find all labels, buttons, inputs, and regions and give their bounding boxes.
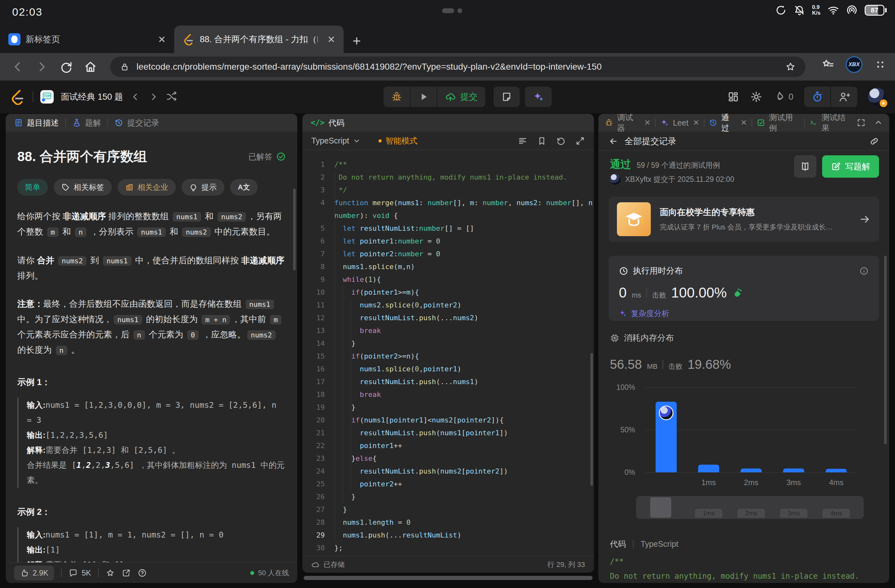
home-icon[interactable] — [84, 60, 97, 74]
expand-editor-icon[interactable] — [575, 136, 585, 146]
memory-section[interactable]: 消耗内存分布 — [610, 332, 674, 344]
tab-debugger[interactable]: 调试器✕ — [605, 114, 651, 133]
code-line[interactable]: 29 nums1.push(...resultNumList) — [302, 529, 594, 542]
code-line[interactable]: 16 nums1.splice(0,pointer1) — [302, 363, 594, 376]
code-line[interactable]: 3 */ — [302, 184, 594, 197]
browser-menu-icon[interactable] — [874, 58, 887, 71]
study-plan-icon[interactable]: TOP — [40, 90, 54, 103]
related-tags-chip[interactable]: 相关标签 — [54, 179, 112, 195]
code-line[interactable]: 7 let pointer2:number = 0 — [302, 248, 594, 261]
code-line[interactable]: 17 resultNumList.push(...nums1) — [302, 376, 594, 388]
debug-button[interactable] — [384, 86, 410, 107]
code-line[interactable]: 2 Do not return anything, modify nums1 i… — [302, 171, 594, 184]
runtime-card[interactable]: 执行用时分布 0 ms 击败 100.00% 复杂度分析 — [608, 256, 879, 321]
code-line[interactable]: 24 resultNumList.push(nums2[pointer2]) — [302, 465, 594, 478]
url-bar[interactable]: leetcode.cn/problems/merge-sorted-array/… — [110, 56, 806, 77]
reload-icon[interactable] — [59, 60, 73, 74]
hint-chip[interactable]: 提示 — [182, 179, 225, 195]
code-line[interactable]: 26 } — [302, 491, 594, 503]
favorites-list-icon[interactable] — [821, 58, 834, 71]
like-button[interactable]: 2.9K — [14, 565, 54, 580]
layout-icon[interactable] — [727, 91, 739, 103]
ai-assistant-button[interactable] — [525, 86, 552, 107]
code-line[interactable]: 1/** — [302, 158, 594, 171]
code-line[interactable]: 22 pointer1++ — [302, 439, 594, 452]
code-line[interactable]: 14 } — [302, 337, 594, 350]
brush-handle[interactable] — [650, 497, 671, 518]
code-line[interactable]: 15 if(pointer2>=n){ — [302, 350, 594, 363]
back-icon[interactable] — [11, 60, 24, 74]
close-icon[interactable]: ✕ — [740, 118, 747, 127]
submit-button[interactable]: 提交 — [437, 86, 485, 107]
chart-bar-0ms[interactable] — [655, 402, 677, 472]
favorite-star-button[interactable] — [106, 568, 115, 577]
tab-testcase[interactable]: 测试用例 — [757, 114, 800, 133]
tab-testresult[interactable]: 测试结果 — [809, 114, 853, 133]
code-line[interactable]: 23 }else{ — [302, 452, 594, 465]
close-icon[interactable]: ✕ — [644, 118, 651, 127]
close-tab-icon[interactable]: ✕ — [158, 34, 166, 45]
settings-gear-icon[interactable] — [750, 91, 762, 103]
chart-bar-2ms[interactable] — [740, 468, 762, 472]
code-line[interactable]: 13 break — [302, 324, 594, 337]
code-line[interactable]: 21 resultNumList.push(nums1[pointer1]) — [302, 427, 594, 439]
fullscreen-icon[interactable] — [857, 118, 866, 127]
tab-description[interactable]: 题目描述 — [14, 118, 59, 128]
code-line[interactable]: number): void { — [302, 209, 594, 222]
tab-submissions[interactable]: 提交记录 — [114, 118, 159, 128]
tab-solutions[interactable]: 题解 — [72, 118, 101, 128]
tab-passed[interactable]: 通过✕ — [709, 114, 747, 133]
forward-icon[interactable] — [35, 60, 49, 74]
invite-user-icon[interactable] — [831, 91, 857, 103]
code-line[interactable]: 12 resultNumList.push(...nums2) — [302, 312, 594, 324]
code-line[interactable]: 6 let pointer1:number = 0 — [302, 235, 594, 248]
close-icon[interactable]: ✕ — [693, 118, 699, 127]
complexity-analysis-link[interactable]: 复杂度分析 — [619, 308, 869, 318]
write-solution-button[interactable]: 写题解 — [822, 155, 879, 178]
code-line[interactable]: 30}; — [302, 542, 594, 555]
notes-button[interactable] — [493, 86, 520, 107]
tab-code[interactable]: </> 代码 — [311, 118, 344, 128]
view-solutions-button[interactable] — [794, 155, 816, 178]
code-line[interactable]: 25 pointer2++ — [302, 478, 594, 491]
share-button[interactable] — [122, 568, 131, 577]
chart-brush[interactable]: 1ms2ms3ms4ms — [636, 496, 864, 519]
leetcode-logo[interactable] — [10, 89, 26, 105]
prev-problem-icon[interactable] — [130, 91, 141, 102]
horizontal-scrollbar[interactable] — [304, 576, 593, 580]
related-companies-chip[interactable]: 相关企业 — [118, 179, 176, 195]
code-line[interactable]: 5 let resultNumList:number[] = [] — [302, 222, 594, 235]
code-line[interactable]: 9 while(1){ — [302, 273, 594, 286]
code-line[interactable]: 19 } — [302, 401, 594, 414]
streak-counter[interactable]: 0 — [773, 91, 793, 103]
code-line[interactable]: 8 nums1.splice(m,n) — [302, 261, 594, 273]
stopwatch-icon[interactable] — [804, 91, 830, 103]
problem-scrollbar[interactable] — [293, 189, 296, 270]
browser-tab-newtab[interactable]: 新标签页 ✕ — [0, 26, 174, 53]
language-select[interactable]: TypeScript — [311, 136, 361, 145]
code-line[interactable]: 27 } — [302, 503, 594, 516]
browser-tab-leetcode[interactable]: 88. 合并两个有序数组 - 力扣（LeetC ✕ — [174, 26, 344, 53]
reset-code-icon[interactable] — [556, 136, 566, 146]
format-code-icon[interactable] — [518, 136, 527, 146]
code-line[interactable]: 18 break — [302, 388, 594, 401]
code-line[interactable]: 11 nums2.splice(0,pointer2) — [302, 299, 594, 312]
help-button[interactable] — [138, 568, 147, 577]
info-icon[interactable] — [859, 266, 869, 276]
close-tab-icon[interactable]: ✕ — [327, 34, 335, 45]
study-plan-title[interactable]: 面试经典 150 题 — [61, 91, 123, 103]
smart-mode-toggle[interactable]: 智能模式 — [378, 135, 417, 146]
code-line[interactable]: 10 if(pointer1>=m){ — [302, 286, 594, 299]
student-promo-banner[interactable]: 面向在校学生的专享特惠 完成认证享 7 折 Plus 会员，享受更多学业及职业成… — [608, 197, 879, 242]
chart-bar-3ms[interactable] — [783, 468, 804, 472]
chart-bar-1ms[interactable] — [698, 465, 719, 472]
chart-bar-4ms[interactable] — [826, 469, 847, 472]
new-tab-button[interactable]: + — [353, 34, 361, 48]
code-line[interactable]: 28 nums1.length = 0 — [302, 516, 594, 529]
editor-scrollbar[interactable] — [590, 353, 593, 486]
code-line[interactable]: 4function merge(nums1: number[], m: numb… — [302, 197, 594, 209]
translate-chip[interactable]: A文 — [230, 179, 258, 195]
comments-button[interactable]: 5K — [69, 568, 91, 577]
collapse-panel-icon[interactable] — [874, 118, 883, 127]
next-problem-icon[interactable] — [148, 91, 159, 102]
